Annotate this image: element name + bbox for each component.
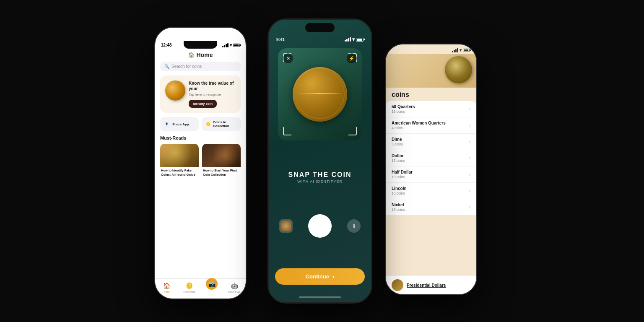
read-image-2 — [202, 144, 241, 167]
collection-info-lincoln: Lincoln 13 coins — [392, 186, 407, 195]
continue-label: Continue — [306, 273, 329, 280]
chevron-right-icon-3: › — [469, 139, 470, 145]
right-wifi-icon: ▾ — [460, 48, 462, 52]
collection-item-dime[interactable]: Dime 3 coins › — [386, 134, 476, 150]
shutter-button[interactable] — [308, 214, 332, 238]
dynamic-island — [305, 23, 335, 32]
coin-in-viewfinder — [293, 67, 347, 122]
flash-button[interactable]: ⚡ — [347, 53, 357, 63]
search-placeholder: Search for coins — [171, 64, 202, 69]
collection-name-half-dollar: Half Dollar — [392, 170, 413, 174]
read-card-1[interactable]: How to Identify Fake Coins: All-round Gu… — [160, 144, 199, 177]
collection-info-dollar: Dollar 13 coins — [392, 153, 405, 163]
collection-count-dime: 3 coins — [392, 142, 403, 146]
collection-count-american-women: 4 coins — [392, 126, 446, 130]
read-image-1 — [160, 144, 199, 167]
share-label: Share App — [172, 122, 189, 126]
center-signal-icon — [345, 37, 351, 42]
info-button[interactable]: ℹ — [347, 219, 361, 233]
coins-page-title: coins — [386, 88, 476, 100]
collection-item-nickel[interactable]: Nickel 13 coins › — [386, 199, 476, 215]
corner-br — [348, 127, 357, 135]
continue-arrow: › — [332, 273, 334, 280]
presidential-label: Presidential Dollars — [407, 283, 446, 288]
collection-name-dollar: Dollar — [392, 153, 405, 158]
right-status-bar: ▾ — [386, 44, 476, 54]
left-time: 12:48 — [161, 43, 172, 47]
gallery-button[interactable] — [279, 219, 293, 233]
hero-coin-image — [165, 80, 185, 101]
chevron-right-icon-5: › — [469, 171, 470, 177]
home-nav-icon: 🏠 — [162, 281, 171, 290]
battery-icon — [233, 44, 240, 47]
home-title: 🏠 Home — [155, 49, 246, 62]
camera-viewfinder: ✕ ⚡ — [278, 48, 362, 140]
collection-name-dime: Dime — [392, 137, 403, 142]
hero-text: Know the true value of your Tap here to … — [189, 80, 236, 108]
phones-container: 12:48 ▾ 🏠 Home 🔍 — [133, 10, 511, 312]
center-time: 9:41 — [276, 37, 285, 42]
nav-camera[interactable]: 📷 — [200, 281, 223, 293]
continue-button[interactable]: Continue › — [275, 268, 365, 285]
collection-info-dime: Dime 3 coins — [392, 137, 403, 146]
camera-ui: ✕ ⚡ SNAP THE COIN WITH AI IDENTIFYER — [269, 44, 371, 293]
search-icon: 🔍 — [164, 64, 169, 69]
collection-button[interactable]: 🪙 Coins in Collection — [202, 117, 241, 131]
read-title-2: How to Start Your First Coin Collection — [202, 167, 241, 177]
collection-label: Coins in Collection — [213, 120, 237, 128]
collection-info-50-quarters: 50 Quarters 13 coins — [392, 104, 415, 114]
must-reads-title: Must-Reads — [155, 135, 246, 144]
phone-center: 9:41 ▾ — [267, 18, 372, 304]
home-indicator — [299, 296, 341, 298]
read-title-1: How to Identify Fake Coins: All-round Gu… — [160, 167, 199, 177]
collection-count-lincoln: 13 coins — [392, 191, 407, 195]
collection-name-nickel: Nickel — [392, 203, 405, 207]
collection-item-half-dollar[interactable]: Half Dollar 13 coins › — [386, 166, 476, 183]
camera-bottom-controls: ℹ — [275, 214, 365, 238]
collection-info-nickel: Nickel 13 coins — [392, 203, 405, 212]
signal-icon — [222, 43, 229, 47]
collection-item-lincoln[interactable]: Lincoln 13 coins › — [386, 183, 476, 199]
collection-info-american-women: American Women Quarters 4 coins — [392, 121, 446, 130]
chevron-right-icon: › — [469, 106, 470, 112]
avatar — [392, 279, 403, 291]
scan-line — [297, 93, 343, 94]
collection-item-american-women[interactable]: American Women Quarters 4 coins › — [386, 117, 476, 134]
collection-count-50-quarters: 13 coins — [392, 109, 415, 114]
read-card-2[interactable]: How to Start Your First Coin Collection — [202, 144, 241, 177]
chevron-right-icon-6: › — [469, 188, 470, 194]
phone-left: 12:48 ▾ 🏠 Home 🔍 — [154, 27, 247, 299]
collection-item-dollar[interactable]: Dollar 13 coins › — [386, 150, 476, 166]
close-button[interactable]: ✕ — [283, 53, 293, 63]
collection-count-half-dollar: 13 coins — [392, 175, 413, 179]
collection-item-50-quarters[interactable]: 50 Quarters 13 coins › — [386, 101, 476, 117]
share-app-button[interactable]: ⬆ Share App — [160, 117, 199, 131]
identify-button[interactable]: Identify coin — [189, 100, 217, 108]
collection-count-nickel: 13 coins — [392, 208, 405, 212]
left-phone-content: 12:48 ▾ 🏠 Home 🔍 — [155, 28, 246, 299]
reads-grid: How to Identify Fake Coins: All-round Gu… — [160, 144, 241, 177]
right-header-image — [386, 54, 476, 88]
center-status-bar: 9:41 ▾ — [269, 32, 371, 44]
gallery-thumbnail — [280, 221, 291, 231]
nav-coin-expert[interactable]: 🤖 Coin Exp. — [223, 281, 246, 293]
chevron-right-icon-4: › — [469, 155, 470, 161]
collection-name-american-women: American Women Quarters — [392, 121, 446, 125]
quick-actions: ⬆ Share App 🪙 Coins in Collection — [160, 117, 241, 131]
avatar-row: Presidential Dollars — [386, 275, 476, 294]
right-status-icons: ▾ — [452, 48, 470, 52]
chevron-right-icon-2: › — [469, 122, 470, 128]
collection-name-50-quarters: 50 Quarters — [392, 104, 415, 109]
house-icon: 🏠 — [188, 52, 195, 58]
nav-collection[interactable]: 🪙 Collection — [178, 281, 200, 293]
nav-home-label: Home — [163, 291, 171, 293]
collection-name-lincoln: Lincoln — [392, 186, 407, 191]
collection-info-half-dollar: Half Dollar 13 coins — [392, 170, 413, 179]
collection-count-dollar: 13 coins — [392, 158, 405, 163]
center-battery-icon — [356, 38, 364, 42]
nav-home[interactable]: 🏠 Home — [155, 281, 178, 293]
search-bar[interactable]: 🔍 Search for coins — [160, 62, 241, 71]
center-wifi-icon: ▾ — [352, 36, 355, 42]
collection-list: 50 Quarters 13 coins › American Women Qu… — [386, 101, 476, 215]
camera-controls-top: ✕ ⚡ — [283, 53, 357, 63]
